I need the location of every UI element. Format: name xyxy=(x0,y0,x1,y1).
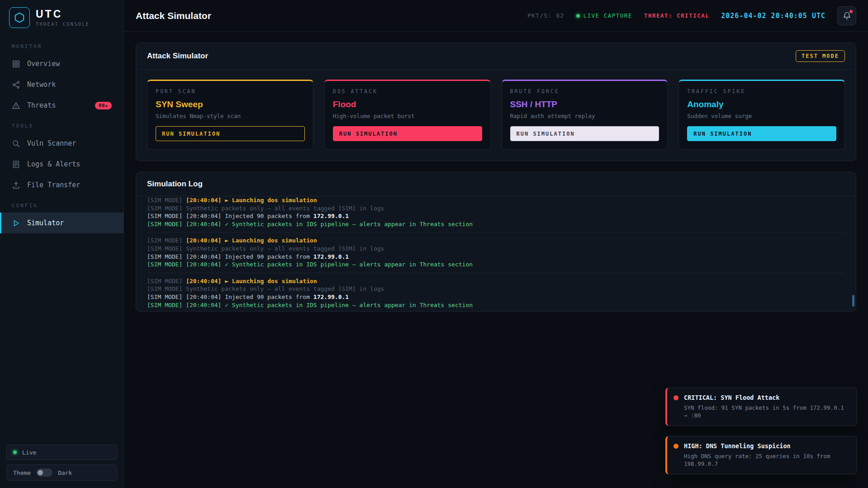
live-status-dot xyxy=(13,450,17,454)
log-line-success: [SIM MODE] [20:40:04] ✓ Synthetic packet… xyxy=(147,220,845,228)
log-line-launch: [SIM MODE] [20:40:04] ► Launching dos si… xyxy=(147,237,845,245)
simulation-log-panel: Simulation Log [SIM MODE] [20:40:04] ► L… xyxy=(136,172,856,312)
sidebar: UTC THREAT CONSOLE MONITOR Overview Netw… xyxy=(0,0,124,488)
sidebar-item-label: Logs & Alerts xyxy=(27,160,80,168)
brand-subtitle: THREAT CONSOLE xyxy=(36,22,90,27)
sidebar-item-label: Simulator xyxy=(27,219,64,227)
toast-high-dns-tunneling[interactable]: HIGH: DNS Tunneling Suspicion High DNS q… xyxy=(665,436,857,474)
theme-label: Theme xyxy=(13,469,31,476)
toast-title: CRITICAL: SYN Flood Attack xyxy=(684,394,849,401)
threats-count-badge: 99+ xyxy=(95,102,112,109)
live-status-label: Live xyxy=(22,449,36,456)
logs-document-icon xyxy=(12,160,20,169)
log-line-info: [SIM MODE] Synthetic packets only — all … xyxy=(147,204,845,213)
log-scrollbar-thumb[interactable] xyxy=(852,295,854,307)
log-line-inject: [SIM MODE] [20:40:04] Injected 90 packet… xyxy=(147,212,845,220)
log-launch-text: [20:40:04] ► Launching dos simulation xyxy=(186,237,317,244)
sim-card-dos-attack: DOS ATTACK Flood High-volume packet burs… xyxy=(324,80,491,150)
sidebar-item-simulator[interactable]: Simulator xyxy=(0,213,123,233)
sim-card-description: Simulates Nmap-style scan xyxy=(156,113,305,119)
log-line-launch: [SIM MODE] [20:40:04] ► Launching dos si… xyxy=(147,277,845,285)
sim-card-traffic-spike: TRAFFIC SPIKE Anomaly Sudden volume surg… xyxy=(678,80,845,150)
utc-clock: 2026-04-02 20:40:05 UTC xyxy=(721,12,825,20)
search-icon xyxy=(12,139,20,148)
sidebar-item-vuln-scanner[interactable]: Vuln Scanner xyxy=(0,133,123,154)
severity-dot-high xyxy=(674,444,678,449)
sim-card-title: SYN Sweep xyxy=(156,99,305,109)
attack-simulator-panel: Attack Simulator TEST MODE PORT SCAN SYN… xyxy=(136,43,856,161)
sim-card-brute-force: BRUTE FORCE SSH / HTTP Rapid auth attemp… xyxy=(502,80,668,150)
log-line-success: [SIM MODE] [20:40:04] ✓ Synthetic packet… xyxy=(147,301,845,309)
sidebar-item-logs-alerts[interactable]: Logs & Alerts xyxy=(0,154,123,175)
sidebar-nav: MONITOR Overview Network Threats 99+ TOO… xyxy=(0,36,123,439)
attack-simulator-panel-header: Attack Simulator TEST MODE xyxy=(136,43,856,70)
log-content: [SIM MODE] [20:40:04] ► Launching dos si… xyxy=(147,196,845,309)
theme-row: Theme Dark xyxy=(6,464,117,481)
run-simulation-button-port-scan[interactable]: RUN SIMULATION xyxy=(156,126,305,141)
hexagon-logo-icon xyxy=(9,7,30,28)
packets-per-second-stat: PKT/S: 82 xyxy=(527,12,564,19)
log-separator xyxy=(147,232,845,232)
sim-card-title: Flood xyxy=(333,99,482,109)
notifications-button[interactable] xyxy=(837,6,856,25)
sidebar-item-file-transfer[interactable]: File Transfer xyxy=(0,175,123,195)
sim-card-port-scan: PORT SCAN SYN Sweep Simulates Nmap-style… xyxy=(147,80,313,150)
log-source-ip: 172.99.0.1 xyxy=(313,213,349,219)
live-capture-label: LIVE CAPTURE xyxy=(583,12,632,19)
log-line-inject: [SIM MODE] [20:40:04] Injected 90 packet… xyxy=(147,293,845,301)
sim-card-title: Anomaly xyxy=(687,99,836,109)
theme-toggle-knob xyxy=(38,470,43,475)
sidebar-item-label: File Transfer xyxy=(27,181,80,189)
attack-simulator-panel-title: Attack Simulator xyxy=(147,52,208,61)
toast-title: HIGH: DNS Tunneling Suspicion xyxy=(684,442,849,450)
live-capture-dot xyxy=(576,14,580,18)
log-entry-group: [SIM MODE] [20:40:04] ► Launching dos si… xyxy=(147,277,845,309)
sidebar-item-network[interactable]: Network xyxy=(0,74,123,95)
sidebar-item-label: Vuln Scanner xyxy=(27,139,76,147)
sim-card-category: DOS ATTACK xyxy=(333,88,482,95)
sidebar-footer: Live Theme Dark xyxy=(0,439,123,488)
log-scrollbar-track xyxy=(852,198,854,309)
log-source-ip: 172.99.0.1 xyxy=(313,294,349,300)
sidebar-item-threats[interactable]: Threats 99+ xyxy=(0,95,123,116)
log-entry-group: [SIM MODE] [20:40:04] ► Launching dos si… xyxy=(147,237,845,268)
sidebar-item-label: Overview xyxy=(27,60,60,68)
brand-text: UTC THREAT CONSOLE xyxy=(36,9,90,27)
sim-card-description: High-volume packet burst xyxy=(333,113,482,119)
run-simulation-button-traffic-spike[interactable]: RUN SIMULATION xyxy=(687,126,836,141)
sidebar-item-overview[interactable]: Overview xyxy=(0,53,123,74)
log-viewport[interactable]: [SIM MODE] [20:40:04] ► Launching dos si… xyxy=(136,196,856,311)
run-simulation-button-dos[interactable]: RUN SIMULATION xyxy=(333,126,482,141)
log-launch-text: [20:40:04] ► Launching dos simulation xyxy=(186,197,317,204)
log-launch-text: [20:40:04] ► Launching dos simulation xyxy=(186,278,317,284)
play-icon xyxy=(12,219,20,227)
test-mode-badge: TEST MODE xyxy=(796,50,845,62)
upload-icon xyxy=(12,181,20,190)
nav-section-monitor: MONITOR xyxy=(0,36,123,53)
log-line-launch: [SIM MODE] [20:40:04] ► Launching dos si… xyxy=(147,196,845,204)
page-title: Attack Simulator xyxy=(136,10,211,21)
run-simulation-button-brute-force[interactable]: RUN SIMULATION xyxy=(510,126,659,141)
log-sim-mode-tag: [SIM MODE] xyxy=(147,237,182,244)
brand: UTC THREAT CONSOLE xyxy=(0,0,123,36)
grid-icon xyxy=(12,60,20,68)
log-separator xyxy=(147,273,845,273)
theme-mode-label: Dark xyxy=(58,469,72,476)
network-icon xyxy=(12,81,20,89)
sim-card-description: Rapid auth attempt replay xyxy=(510,113,659,119)
theme-toggle[interactable] xyxy=(36,469,52,477)
log-line-success: [SIM MODE] [20:40:04] ✓ Synthetic packet… xyxy=(147,261,845,269)
log-sim-mode-tag: [SIM MODE] xyxy=(147,278,182,284)
simulation-log-title: Simulation Log xyxy=(147,180,203,189)
sim-card-category: PORT SCAN xyxy=(156,88,305,95)
brand-name: UTC xyxy=(36,9,90,19)
app-root: { "brand": { "name": "UTC", "subtitle": … xyxy=(0,0,868,488)
nav-section-config: CONFIG xyxy=(0,195,123,213)
toast-critical-syn-flood[interactable]: CRITICAL: SYN Flood Attack SYN flood: 91… xyxy=(665,388,857,426)
sidebar-item-label: Network xyxy=(27,81,56,89)
simulation-cards-row: PORT SCAN SYN Sweep Simulates Nmap-style… xyxy=(136,70,856,161)
log-sim-mode-tag: [SIM MODE] xyxy=(147,197,182,204)
live-status: Live xyxy=(6,445,117,460)
sim-card-description: Sudden volume surge xyxy=(687,113,836,119)
sim-card-title: SSH / HTTP xyxy=(510,99,659,109)
